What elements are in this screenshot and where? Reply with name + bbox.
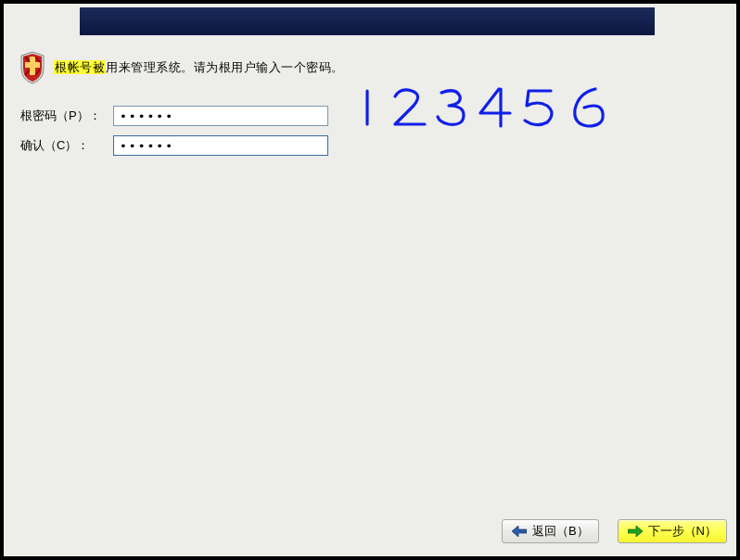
intro-highlighted: 根帐号被	[54, 60, 106, 74]
next-button[interactable]: 下一步（N）	[618, 519, 727, 543]
confirm-password-input[interactable]	[113, 135, 328, 156]
content-area: 根帐号被用来管理系统。请为根用户输入一个密码。 根密码（P）： 确认（C）：	[19, 41, 721, 165]
password-row: 根密码（P）：	[20, 106, 721, 126]
password-label: 根密码（P）：	[20, 108, 113, 124]
confirm-row: 确认（C）：	[20, 135, 721, 156]
installer-window: 根帐号被用来管理系统。请为根用户输入一个密码。 根密码（P）： 确认（C）：	[4, 4, 736, 556]
root-password-input[interactable]	[113, 106, 328, 126]
header-bar	[80, 7, 655, 35]
intro-rest: 用来管理系统。请为根用户输入一个密码。	[106, 60, 344, 74]
back-button-label: 返回（B）	[532, 523, 589, 540]
confirm-label: 确认（C）：	[20, 137, 113, 154]
next-button-label: 下一步（N）	[648, 523, 717, 540]
arrow-left-icon	[512, 526, 527, 537]
intro-row: 根帐号被用来管理系统。请为根用户输入一个密码。	[19, 50, 721, 85]
intro-text: 根帐号被用来管理系统。请为根用户输入一个密码。	[54, 59, 344, 76]
arrow-right-icon	[628, 526, 643, 537]
button-bar: 返回（B） 下一步（N）	[502, 519, 727, 543]
shield-crest-icon	[19, 50, 46, 85]
svg-rect-1	[25, 62, 40, 68]
back-button[interactable]: 返回（B）	[502, 519, 599, 543]
